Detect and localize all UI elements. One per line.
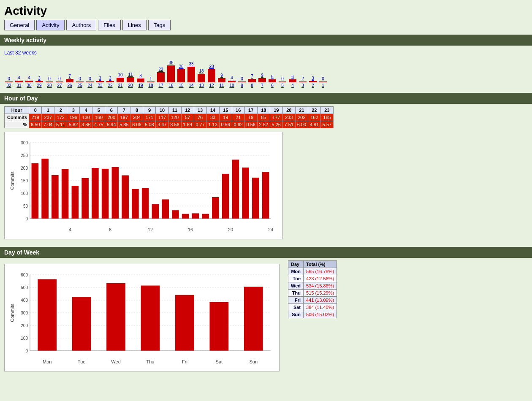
week-top-num[interactable]: 2 [301, 75, 304, 81]
week-bottom-num[interactable]: 25 [77, 83, 82, 88]
tab-tags[interactable]: Tags [148, 20, 171, 30]
hod-pct-cell: 6.06 [130, 121, 143, 128]
week-bar [198, 74, 205, 82]
week-bottom-num[interactable]: 8 [251, 83, 253, 88]
tab-lines[interactable]: Lines [122, 20, 147, 30]
week-bottom-num[interactable]: 3 [301, 83, 304, 88]
week-top-num[interactable]: 22 [158, 66, 163, 72]
week-top-num[interactable]: 0 [241, 75, 243, 81]
week-bottom-num[interactable]: 9 [241, 83, 243, 88]
week-bottom-num[interactable]: 13 [199, 83, 204, 88]
week-top-num[interactable]: 7 [68, 73, 71, 79]
week-top-num[interactable]: 1 [149, 75, 152, 81]
week-top-num[interactable]: 36 [168, 59, 173, 65]
hod-pct-cell: 5.08 [143, 121, 156, 128]
week-bottom-num[interactable]: 18 [148, 83, 153, 88]
week-bottom-num[interactable]: 20 [128, 83, 133, 88]
week-bar [56, 81, 63, 82]
week-bar [15, 81, 23, 82]
hod-hour-header: 1 [42, 107, 54, 114]
week-bottom-num[interactable]: 6 [271, 83, 274, 88]
week-top-num[interactable]: 0 [48, 75, 51, 81]
week-bar [35, 81, 43, 82]
week-bottom-num[interactable]: 31 [16, 83, 21, 88]
week-bottom-num[interactable]: 21 [118, 83, 122, 88]
week-bottom-num[interactable]: 5 [281, 83, 284, 88]
week-top-num[interactable]: 9 [220, 72, 223, 78]
week-bottom-num[interactable]: 28 [47, 83, 52, 88]
svg-text:0: 0 [25, 217, 28, 221]
svg-rect-24 [132, 189, 139, 219]
svg-rect-27 [162, 199, 169, 219]
week-col: 05 [278, 75, 287, 88]
hod-hour-header: 0 [29, 107, 42, 114]
hod-commits-row: Commits 21923717219613016020019720417111… [5, 114, 334, 121]
tab-activity[interactable]: Activity [36, 20, 65, 30]
week-bottom-num[interactable]: 10 [229, 83, 234, 88]
week-bottom-num[interactable]: 2 [312, 83, 314, 88]
week-top-num[interactable]: 0 [58, 75, 61, 81]
week-top-num[interactable]: 0 [281, 75, 284, 81]
week-top-num[interactable]: 10 [118, 71, 122, 77]
week-bottom-num[interactable]: 24 [87, 83, 92, 88]
week-top-num[interactable]: 6 [271, 73, 274, 79]
week-bottom-num[interactable]: 29 [37, 83, 41, 88]
svg-text:24: 24 [268, 227, 273, 232]
hod-commit-cell: 233 [282, 114, 295, 121]
hod-hour-header: 11 [168, 107, 181, 114]
week-top-num[interactable]: 3 [99, 75, 101, 81]
week-bottom-num[interactable]: 19 [138, 83, 143, 88]
week-top-num[interactable]: 8 [139, 72, 142, 78]
week-bottom-num[interactable]: 17 [158, 83, 163, 88]
week-bottom-num[interactable]: 30 [27, 83, 31, 88]
week-bottom-num[interactable]: 7 [261, 83, 263, 88]
week-bottom-num[interactable]: 1 [322, 83, 324, 88]
week-bottom-num[interactable]: 15 [179, 83, 183, 88]
svg-rect-36 [252, 178, 259, 219]
week-bottom-num[interactable]: 26 [67, 83, 72, 88]
dow-value-cell: 534 (15.86%) [304, 282, 337, 290]
week-col: 430 [24, 74, 34, 88]
week-top-num[interactable]: 0 [8, 75, 10, 81]
week-top-num[interactable]: 9 [261, 72, 263, 78]
svg-rect-61 [38, 279, 57, 351]
week-top-num[interactable]: 0 [322, 75, 324, 81]
week-top-num[interactable]: 28 [209, 63, 214, 69]
week-bottom-num[interactable]: 12 [209, 83, 214, 88]
week-col: 2815 [176, 63, 186, 88]
tab-files[interactable]: Files [98, 20, 120, 30]
week-top-num[interactable]: 3 [109, 75, 111, 81]
week-top-num[interactable]: 33 [189, 60, 193, 66]
hod-col-label: Hour [5, 107, 29, 114]
tab-general[interactable]: General [4, 20, 35, 30]
svg-rect-62 [72, 297, 91, 351]
week-top-num[interactable]: 4 [231, 74, 233, 80]
tab-authors[interactable]: Authors [66, 20, 96, 30]
week-bottom-num[interactable]: 16 [168, 83, 173, 88]
hod-commit-cell: 237 [42, 114, 54, 121]
week-bottom-num[interactable]: 23 [98, 83, 102, 88]
svg-text:200: 200 [21, 166, 28, 171]
week-bottom-num[interactable]: 32 [6, 83, 11, 88]
week-bottom-num[interactable]: 11 [219, 83, 224, 88]
week-top-num[interactable]: 11 [128, 71, 133, 77]
svg-rect-67 [244, 287, 263, 351]
week-top-num[interactable]: 0 [89, 75, 91, 81]
week-bottom-num[interactable]: 27 [57, 83, 62, 88]
week-top-num[interactable]: 4 [28, 74, 30, 80]
svg-text:16: 16 [188, 227, 193, 232]
dow-value-cell: 423 (12.56%) [304, 275, 337, 282]
week-top-num[interactable]: 4 [18, 74, 20, 80]
week-top-num[interactable]: 18 [199, 68, 204, 73]
week-top-num[interactable]: 3 [38, 75, 41, 81]
week-top-num[interactable]: 6 [291, 73, 294, 79]
week-top-num[interactable]: 0 [79, 75, 81, 81]
week-top-num[interactable]: 3 [312, 75, 314, 81]
week-bottom-num[interactable]: 4 [291, 83, 294, 88]
week-top-num[interactable]: 7 [251, 73, 253, 79]
week-top-num[interactable]: 28 [179, 63, 183, 69]
week-bottom-num[interactable]: 14 [189, 83, 193, 88]
week-bottom-num[interactable]: 22 [108, 83, 112, 88]
week-bar [187, 67, 195, 82]
hod-commits-label: Commits [5, 114, 29, 121]
